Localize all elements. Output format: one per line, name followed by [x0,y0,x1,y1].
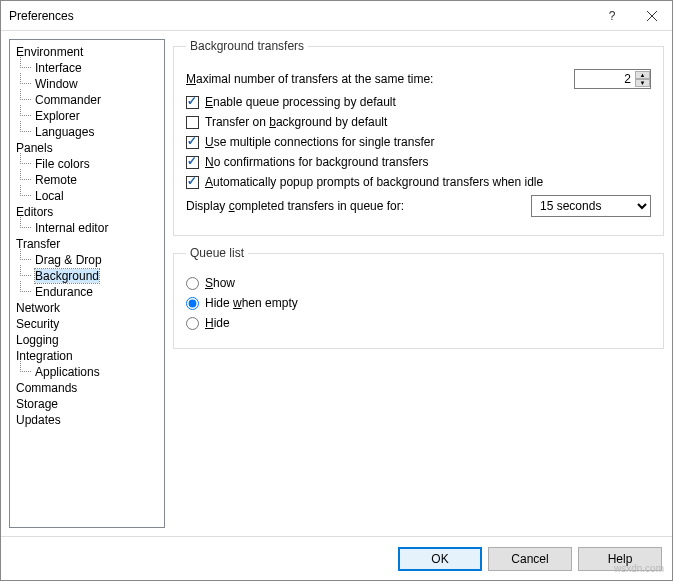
display-completed-label: Display completed transfers in queue for… [186,199,404,213]
tree-item-window[interactable]: Window [12,76,162,92]
queue-hide-when-empty-radio[interactable] [186,297,199,310]
tree-item-internal-editor[interactable]: Internal editor [12,220,162,236]
tree-item-applications[interactable]: Applications [12,364,162,380]
titlebar: Preferences ? [1,1,672,31]
close-icon[interactable] [632,2,672,30]
tree-item-network[interactable]: Network [12,300,162,316]
tree-item-background[interactable]: Background [12,268,162,284]
display-completed-select[interactable]: 15 seconds [531,195,651,217]
enable-queue-label: Enable queue processing by default [205,95,396,109]
tree-item-logging[interactable]: Logging [12,332,162,348]
auto-popup-label: Automatically popup prompts of backgroun… [205,175,543,189]
tree-item-environment[interactable]: Environment [12,44,162,60]
cancel-button[interactable]: Cancel [488,547,572,571]
queue-show-label: Show [205,276,235,290]
transfer-background-checkbox[interactable] [186,116,199,129]
tree-item-endurance[interactable]: Endurance [12,284,162,300]
tree-item-transfer[interactable]: Transfer [12,236,162,252]
help-icon[interactable]: ? [592,2,632,30]
tree-item-editors[interactable]: Editors [12,204,162,220]
multi-connections-checkbox[interactable] [186,136,199,149]
auto-popup-checkbox[interactable] [186,176,199,189]
group-legend: Background transfers [186,39,308,53]
tree-item-languages[interactable]: Languages [12,124,162,140]
multi-connections-label: Use multiple connections for single tran… [205,135,434,149]
tree-item-remote[interactable]: Remote [12,172,162,188]
transfer-background-label: Transfer on background by default [205,115,387,129]
tree-item-drag-drop[interactable]: Drag & Drop [12,252,162,268]
queue-hide-radio[interactable] [186,317,199,330]
spin-down-icon[interactable]: ▼ [635,79,650,87]
tree-item-security[interactable]: Security [12,316,162,332]
max-transfers-label: Maximal number of transfers at the same … [186,72,433,86]
no-confirmations-label: No confirmations for background transfer… [205,155,428,169]
tree-item-file-colors[interactable]: File colors [12,156,162,172]
no-confirmations-checkbox[interactable] [186,156,199,169]
category-tree[interactable]: EnvironmentInterfaceWindowCommanderExplo… [9,39,165,528]
spin-up-icon[interactable]: ▲ [635,71,650,79]
queue-show-radio[interactable] [186,277,199,290]
group-legend: Queue list [186,246,248,260]
tree-item-interface[interactable]: Interface [12,60,162,76]
preferences-dialog: Preferences ? EnvironmentInterfaceWindow… [0,0,673,581]
tree-item-panels[interactable]: Panels [12,140,162,156]
ok-button[interactable]: OK [398,547,482,571]
tree-item-explorer[interactable]: Explorer [12,108,162,124]
tree-item-commander[interactable]: Commander [12,92,162,108]
enable-queue-checkbox[interactable] [186,96,199,109]
queue-list-group: Queue list Show Hide when empty Hide [173,246,664,349]
max-transfers-spinner[interactable]: ▲ ▼ [574,69,651,89]
tree-item-updates[interactable]: Updates [12,412,162,428]
window-title: Preferences [9,9,592,23]
queue-hide-label: Hide [205,316,230,330]
queue-hide-when-empty-label: Hide when empty [205,296,298,310]
tree-item-commands[interactable]: Commands [12,380,162,396]
tree-item-integration[interactable]: Integration [12,348,162,364]
background-transfers-group: Background transfers Maximal number of t… [173,39,664,236]
max-transfers-input[interactable] [575,70,635,88]
dialog-footer: OK Cancel Help [1,536,672,580]
tree-item-local[interactable]: Local [12,188,162,204]
watermark: wsxdn.com [614,563,664,574]
tree-item-storage[interactable]: Storage [12,396,162,412]
